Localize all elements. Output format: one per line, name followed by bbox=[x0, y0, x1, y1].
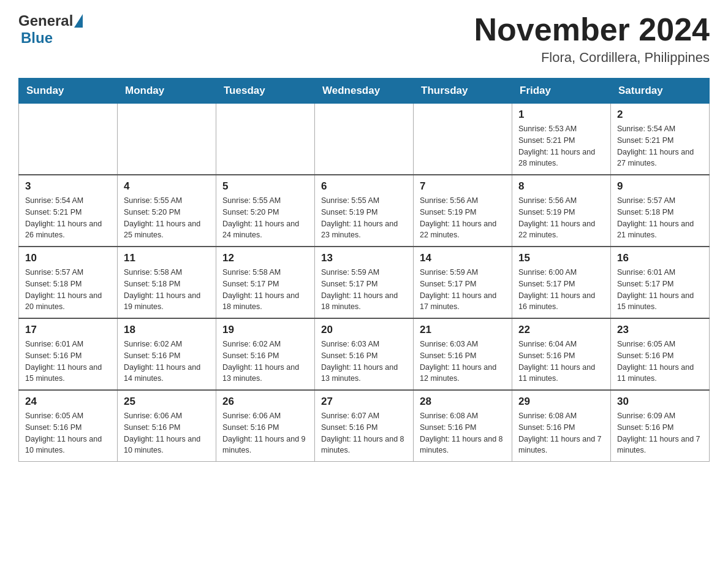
day-info: Sunrise: 6:06 AM Sunset: 5:16 PM Dayligh… bbox=[124, 410, 210, 456]
day-number: 11 bbox=[124, 252, 210, 264]
table-row: 24Sunrise: 6:05 AM Sunset: 5:16 PM Dayli… bbox=[19, 390, 118, 462]
day-number: 28 bbox=[420, 396, 506, 408]
table-row: 26Sunrise: 6:06 AM Sunset: 5:16 PM Dayli… bbox=[216, 390, 315, 462]
table-row: 15Sunrise: 6:00 AM Sunset: 5:17 PM Dayli… bbox=[512, 247, 611, 318]
day-number: 21 bbox=[420, 324, 506, 336]
day-number: 2 bbox=[617, 109, 703, 121]
logo-blue-text: Blue bbox=[21, 29, 53, 46]
day-number: 19 bbox=[222, 324, 308, 336]
day-number: 9 bbox=[617, 180, 703, 193]
location-subtitle: Flora, Cordillera, Philippines bbox=[474, 50, 710, 66]
day-info: Sunrise: 5:55 AM Sunset: 5:20 PM Dayligh… bbox=[124, 195, 210, 241]
day-number: 7 bbox=[420, 180, 506, 193]
day-info: Sunrise: 6:05 AM Sunset: 5:16 PM Dayligh… bbox=[617, 339, 703, 385]
day-info: Sunrise: 6:00 AM Sunset: 5:17 PM Dayligh… bbox=[518, 267, 604, 313]
day-info: Sunrise: 6:08 AM Sunset: 5:16 PM Dayligh… bbox=[518, 410, 604, 456]
week-row-4: 17Sunrise: 6:01 AM Sunset: 5:16 PM Dayli… bbox=[19, 318, 710, 390]
table-row bbox=[414, 104, 512, 175]
day-number: 3 bbox=[25, 180, 111, 193]
day-number: 25 bbox=[124, 396, 210, 408]
week-row-1: 1Sunrise: 5:53 AM Sunset: 5:21 PM Daylig… bbox=[19, 104, 710, 175]
table-row: 1Sunrise: 5:53 AM Sunset: 5:21 PM Daylig… bbox=[512, 104, 611, 175]
header-friday: Friday bbox=[512, 79, 611, 104]
table-row: 18Sunrise: 6:02 AM Sunset: 5:16 PM Dayli… bbox=[118, 318, 216, 390]
day-info: Sunrise: 6:05 AM Sunset: 5:16 PM Dayligh… bbox=[25, 410, 111, 456]
month-title: November 2024 bbox=[474, 12, 710, 47]
day-number: 13 bbox=[321, 252, 407, 264]
day-number: 14 bbox=[420, 252, 506, 264]
day-info: Sunrise: 6:02 AM Sunset: 5:16 PM Dayligh… bbox=[222, 339, 308, 385]
day-info: Sunrise: 5:57 AM Sunset: 5:18 PM Dayligh… bbox=[25, 267, 111, 313]
header-tuesday: Tuesday bbox=[216, 79, 315, 104]
table-row: 28Sunrise: 6:08 AM Sunset: 5:16 PM Dayli… bbox=[414, 390, 512, 462]
table-row: 23Sunrise: 6:05 AM Sunset: 5:16 PM Dayli… bbox=[611, 318, 710, 390]
day-info: Sunrise: 5:57 AM Sunset: 5:18 PM Dayligh… bbox=[617, 195, 703, 241]
table-row: 19Sunrise: 6:02 AM Sunset: 5:16 PM Dayli… bbox=[216, 318, 315, 390]
day-number: 23 bbox=[617, 324, 703, 336]
header-saturday: Saturday bbox=[611, 79, 710, 104]
day-number: 29 bbox=[518, 396, 604, 408]
table-row: 2Sunrise: 5:54 AM Sunset: 5:21 PM Daylig… bbox=[611, 104, 710, 175]
day-number: 10 bbox=[25, 252, 111, 264]
day-number: 24 bbox=[25, 396, 111, 408]
day-number: 16 bbox=[617, 252, 703, 264]
day-info: Sunrise: 5:58 AM Sunset: 5:18 PM Dayligh… bbox=[124, 267, 210, 313]
table-row: 10Sunrise: 5:57 AM Sunset: 5:18 PM Dayli… bbox=[19, 247, 118, 318]
day-number: 22 bbox=[518, 324, 604, 336]
day-info: Sunrise: 5:58 AM Sunset: 5:17 PM Dayligh… bbox=[222, 267, 308, 313]
day-info: Sunrise: 5:55 AM Sunset: 5:20 PM Dayligh… bbox=[222, 195, 308, 241]
table-row: 6Sunrise: 5:55 AM Sunset: 5:19 PM Daylig… bbox=[315, 175, 414, 247]
week-row-5: 24Sunrise: 6:05 AM Sunset: 5:16 PM Dayli… bbox=[19, 390, 710, 462]
table-row: 21Sunrise: 6:03 AM Sunset: 5:16 PM Dayli… bbox=[414, 318, 512, 390]
table-row bbox=[118, 104, 216, 175]
table-row: 13Sunrise: 5:59 AM Sunset: 5:17 PM Dayli… bbox=[315, 247, 414, 318]
table-row: 11Sunrise: 5:58 AM Sunset: 5:18 PM Dayli… bbox=[118, 247, 216, 318]
table-row: 17Sunrise: 6:01 AM Sunset: 5:16 PM Dayli… bbox=[19, 318, 118, 390]
day-number: 27 bbox=[321, 396, 407, 408]
day-info: Sunrise: 6:02 AM Sunset: 5:16 PM Dayligh… bbox=[124, 339, 210, 385]
table-row: 3Sunrise: 5:54 AM Sunset: 5:21 PM Daylig… bbox=[19, 175, 118, 247]
week-row-2: 3Sunrise: 5:54 AM Sunset: 5:21 PM Daylig… bbox=[19, 175, 710, 247]
table-row: 29Sunrise: 6:08 AM Sunset: 5:16 PM Dayli… bbox=[512, 390, 611, 462]
logo-general-text: General bbox=[18, 12, 73, 29]
title-area: November 2024 Flora, Cordillera, Philipp… bbox=[474, 12, 710, 66]
day-info: Sunrise: 6:03 AM Sunset: 5:16 PM Dayligh… bbox=[321, 339, 407, 385]
day-info: Sunrise: 6:01 AM Sunset: 5:16 PM Dayligh… bbox=[25, 339, 111, 385]
header-wednesday: Wednesday bbox=[315, 79, 414, 104]
table-row bbox=[19, 104, 118, 175]
table-row: 14Sunrise: 5:59 AM Sunset: 5:17 PM Dayli… bbox=[414, 247, 512, 318]
table-row: 27Sunrise: 6:07 AM Sunset: 5:16 PM Dayli… bbox=[315, 390, 414, 462]
table-row: 4Sunrise: 5:55 AM Sunset: 5:20 PM Daylig… bbox=[118, 175, 216, 247]
table-row: 12Sunrise: 5:58 AM Sunset: 5:17 PM Dayli… bbox=[216, 247, 315, 318]
day-number: 26 bbox=[222, 396, 308, 408]
day-info: Sunrise: 5:56 AM Sunset: 5:19 PM Dayligh… bbox=[518, 195, 604, 241]
day-info: Sunrise: 5:54 AM Sunset: 5:21 PM Dayligh… bbox=[25, 195, 111, 241]
table-row bbox=[216, 104, 315, 175]
day-number: 8 bbox=[518, 180, 604, 193]
day-number: 20 bbox=[321, 324, 407, 336]
table-row: 5Sunrise: 5:55 AM Sunset: 5:20 PM Daylig… bbox=[216, 175, 315, 247]
day-info: Sunrise: 6:03 AM Sunset: 5:16 PM Dayligh… bbox=[420, 339, 506, 385]
table-row: 30Sunrise: 6:09 AM Sunset: 5:16 PM Dayli… bbox=[611, 390, 710, 462]
week-row-3: 10Sunrise: 5:57 AM Sunset: 5:18 PM Dayli… bbox=[19, 247, 710, 318]
table-row: 20Sunrise: 6:03 AM Sunset: 5:16 PM Dayli… bbox=[315, 318, 414, 390]
day-number: 17 bbox=[25, 324, 111, 336]
day-number: 4 bbox=[124, 180, 210, 193]
header-monday: Monday bbox=[118, 79, 216, 104]
day-number: 18 bbox=[124, 324, 210, 336]
table-row bbox=[315, 104, 414, 175]
day-info: Sunrise: 6:06 AM Sunset: 5:16 PM Dayligh… bbox=[222, 410, 308, 456]
day-number: 5 bbox=[222, 180, 308, 193]
day-info: Sunrise: 5:56 AM Sunset: 5:19 PM Dayligh… bbox=[420, 195, 506, 241]
table-row: 8Sunrise: 5:56 AM Sunset: 5:19 PM Daylig… bbox=[512, 175, 611, 247]
weekday-header-row: Sunday Monday Tuesday Wednesday Thursday… bbox=[19, 79, 710, 104]
table-row: 7Sunrise: 5:56 AM Sunset: 5:19 PM Daylig… bbox=[414, 175, 512, 247]
table-row: 16Sunrise: 6:01 AM Sunset: 5:17 PM Dayli… bbox=[611, 247, 710, 318]
day-info: Sunrise: 6:07 AM Sunset: 5:16 PM Dayligh… bbox=[321, 410, 407, 456]
day-info: Sunrise: 5:54 AM Sunset: 5:21 PM Dayligh… bbox=[617, 123, 703, 169]
logo: General Blue bbox=[18, 12, 83, 47]
day-info: Sunrise: 5:55 AM Sunset: 5:19 PM Dayligh… bbox=[321, 195, 407, 241]
day-info: Sunrise: 6:09 AM Sunset: 5:16 PM Dayligh… bbox=[617, 410, 703, 456]
table-row: 25Sunrise: 6:06 AM Sunset: 5:16 PM Dayli… bbox=[118, 390, 216, 462]
day-info: Sunrise: 5:59 AM Sunset: 5:17 PM Dayligh… bbox=[420, 267, 506, 313]
